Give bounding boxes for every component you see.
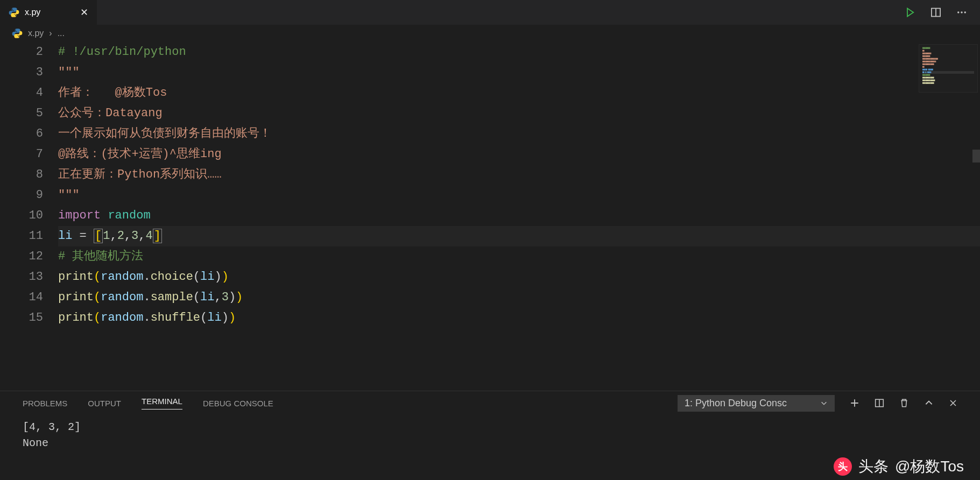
close-panel-icon[interactable]	[949, 399, 957, 407]
code-line[interactable]: """	[58, 62, 980, 83]
svg-point-4	[964, 11, 967, 13]
panel-tabs: PROBLEMS OUTPUT TERMINAL DEBUG CONSOLE 1…	[0, 391, 980, 415]
line-number: 8	[0, 165, 43, 185]
watermark: 头 头条 @杨数Tos	[834, 456, 964, 477]
close-icon[interactable]: ✕	[80, 6, 88, 18]
line-number: 11	[0, 226, 43, 246]
tab-bar: x.py ✕	[0, 0, 980, 25]
breadcrumb[interactable]: x.py › ...	[0, 25, 980, 42]
breadcrumb-sep: ›	[49, 29, 52, 38]
split-editor-icon[interactable]	[930, 7, 941, 18]
code-line[interactable]: 作者： @杨数Tos	[58, 83, 980, 103]
breadcrumb-file: x.py	[28, 29, 44, 38]
tab-file[interactable]: x.py ✕	[0, 0, 97, 25]
line-number: 5	[0, 103, 43, 124]
trash-icon[interactable]	[899, 398, 909, 408]
watermark-handle: @杨数Tos	[895, 456, 964, 477]
terminal-selector-label: 1: Python Debug Consc	[685, 398, 787, 409]
run-icon[interactable]	[905, 7, 915, 18]
terminal-output[interactable]: [4, 3, 2]None	[0, 415, 980, 480]
svg-point-2	[957, 11, 960, 13]
line-number: 7	[0, 144, 43, 165]
watermark-label: 头条	[858, 456, 889, 477]
line-number: 14	[0, 287, 43, 308]
line-number: 12	[0, 246, 43, 267]
line-number: 9	[0, 185, 43, 206]
terminal-line: [4, 3, 2]	[23, 419, 957, 435]
line-number-gutter: 23456789101112131415	[0, 42, 58, 391]
line-number: 13	[0, 267, 43, 287]
terminal-selector[interactable]: 1: Python Debug Consc	[678, 395, 835, 412]
tab-group: x.py ✕	[0, 0, 97, 25]
code-line[interactable]: print(random.shuffle(li))	[58, 308, 980, 328]
code-line[interactable]: print(random.choice(li))	[58, 267, 980, 287]
chevron-down-icon	[820, 399, 828, 407]
split-terminal-icon[interactable]	[875, 398, 884, 408]
tab-problems[interactable]: PROBLEMS	[23, 399, 67, 408]
tab-output[interactable]: OUTPUT	[88, 399, 121, 408]
line-number: 10	[0, 206, 43, 226]
tab-terminal[interactable]: TERMINAL	[142, 397, 182, 410]
code-line[interactable]: li = [1,2,3,4]	[58, 226, 980, 246]
bottom-panel: PROBLEMS OUTPUT TERMINAL DEBUG CONSOLE 1…	[0, 391, 980, 480]
terminal-line: None	[23, 435, 957, 451]
line-number: 3	[0, 62, 43, 83]
minimap[interactable]: ████████ ██ █████████ ████████ █████████…	[919, 44, 978, 93]
breadcrumb-rest: ...	[58, 29, 65, 38]
python-icon	[9, 7, 19, 18]
code-editor[interactable]: 23456789101112131415 # !/usr/bin/python"…	[0, 42, 980, 391]
python-icon	[12, 28, 23, 39]
code-line[interactable]: # 其他随机方法	[58, 246, 980, 267]
more-icon[interactable]	[956, 7, 967, 18]
overview-ruler[interactable]	[972, 42, 980, 391]
tab-filename: x.py	[25, 8, 40, 17]
chevron-up-icon[interactable]	[924, 398, 934, 408]
code-line[interactable]: # !/usr/bin/python	[58, 42, 980, 62]
line-number: 15	[0, 308, 43, 328]
line-number: 6	[0, 124, 43, 144]
tab-debug-console[interactable]: DEBUG CONSOLE	[203, 399, 273, 408]
code-line[interactable]: 一个展示如何从负债到财务自由的账号！	[58, 124, 980, 144]
toutiao-logo-icon: 头	[834, 457, 852, 476]
line-number: 4	[0, 83, 43, 103]
svg-point-3	[961, 11, 963, 13]
code-line[interactable]: print(random.sample(li,3))	[58, 287, 980, 308]
code-line[interactable]: @路线：(技术+运营)^思维ing	[58, 144, 980, 165]
code-line[interactable]: """	[58, 185, 980, 206]
panel-controls: 1: Python Debug Consc	[678, 395, 957, 412]
new-terminal-icon[interactable]	[850, 398, 859, 408]
code-line[interactable]: 正在更新：Python系列知识……	[58, 165, 980, 185]
line-number: 2	[0, 42, 43, 62]
tab-actions	[892, 0, 980, 25]
code-area[interactable]: # !/usr/bin/python"""作者： @杨数Tos公众号：Datay…	[58, 42, 980, 391]
code-line[interactable]: import random	[58, 206, 980, 226]
code-line[interactable]: 公众号：Datayang	[58, 103, 980, 124]
